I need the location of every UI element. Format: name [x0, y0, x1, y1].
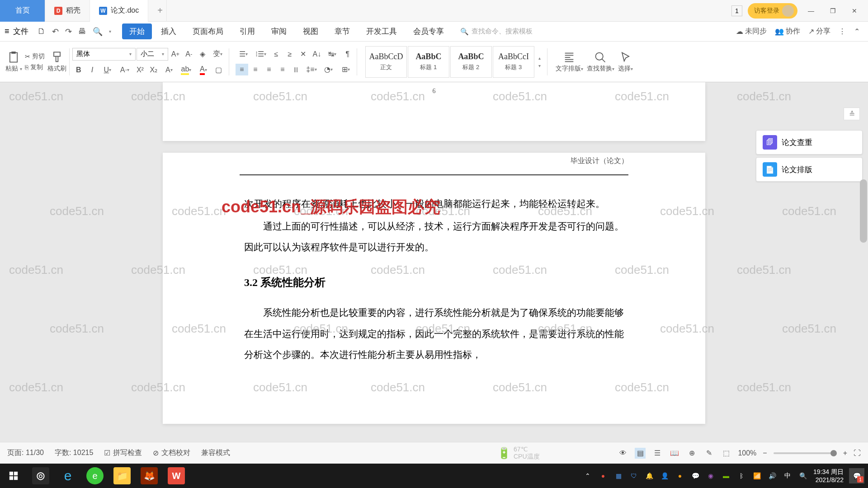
tray-notif-icon[interactable]: 🔔 — [644, 471, 654, 481]
action-center[interactable]: 💬 1 — [849, 468, 864, 483]
zoom-slider[interactable] — [774, 452, 837, 454]
asian-layout-button[interactable]: ✕ — [297, 48, 310, 60]
page-count[interactable]: 页面: 11/30 — [7, 448, 44, 458]
grow-font-button[interactable]: A+ — [169, 48, 182, 60]
tab-home[interactable]: 首页 — [0, 0, 45, 22]
tray-nvidia-icon[interactable]: ▬ — [721, 471, 731, 481]
paper-check-button[interactable]: 🗐 论文查重 — [756, 130, 863, 155]
task-360[interactable]: e — [81, 465, 108, 487]
fullscreen-icon[interactable]: ⛶ — [854, 449, 861, 457]
justify-button[interactable]: ≡ — [276, 64, 289, 75]
style-h1[interactable]: AaBbC标题 1 — [408, 46, 449, 78]
menu-review[interactable]: 审阅 — [264, 23, 294, 39]
borders-button[interactable]: ⊞▾ — [338, 64, 354, 75]
taskbar-clock[interactable]: 19:34 周日 2021/8/22 — [813, 468, 844, 484]
task-wps[interactable]: W — [163, 465, 190, 487]
paper-layout-button[interactable]: 📄 论文排版 — [756, 157, 863, 182]
align-right-button[interactable]: ≡ — [263, 64, 275, 75]
style-h2[interactable]: AaBbC标题 2 — [450, 46, 492, 78]
bold-button[interactable]: B — [72, 64, 85, 76]
outline-view-icon[interactable]: ☰ — [652, 448, 663, 459]
scrollbar-thumb[interactable] — [860, 179, 867, 243]
fit-page-icon[interactable]: ⬚ — [721, 448, 731, 459]
tray-search-icon[interactable]: 🔍 — [798, 471, 808, 481]
edit-icon[interactable]: ✎ — [703, 448, 714, 459]
highlight-button[interactable]: ab▾ — [178, 64, 194, 76]
styles-gallery[interactable]: AaBbCcD正文 AaBbC标题 1 AaBbC标题 2 AaBbCcI标题 … — [365, 46, 544, 78]
file-menu[interactable]: 文件 — [13, 26, 28, 37]
undo-icon[interactable]: ↶ — [52, 27, 59, 37]
format-painter-button[interactable]: 格式刷 — [47, 51, 66, 73]
collab-button[interactable]: 👥协作 — [775, 27, 800, 36]
zoom-level[interactable]: 100% — [738, 449, 756, 457]
page-current[interactable]: 毕业设计（论文） 次开发的程序在资源消耗上也比较小，一般的电脑都能运行起来，均能… — [163, 153, 705, 424]
tray-up-icon[interactable]: ⌃ — [583, 471, 593, 481]
more-icon[interactable]: ⋮ — [839, 27, 846, 36]
paste-button[interactable]: 粘贴 ▾ — [5, 51, 22, 73]
task-obs[interactable]: ⊚ — [27, 465, 54, 487]
window-count[interactable]: 1 — [731, 5, 742, 16]
command-search[interactable]: 🔍 查找命令、搜索模板 — [460, 27, 533, 36]
tray-ico1[interactable]: ● — [598, 471, 608, 481]
indent-button[interactable]: ≥ — [283, 48, 296, 60]
side-collapse-button[interactable]: ≙ — [844, 108, 860, 120]
menu-pagelayout[interactable]: 页面布局 — [185, 23, 231, 39]
zoom-in-button[interactable]: + — [843, 449, 847, 457]
outdent-button[interactable]: ≤ — [270, 48, 283, 60]
tray-ico3[interactable]: 🛡 — [629, 471, 639, 481]
line-spacing-button[interactable]: ‡≡▾ — [303, 64, 320, 75]
tray-volume-icon[interactable]: 🔊 — [767, 471, 777, 481]
tray-ico5[interactable]: ● — [675, 471, 685, 481]
menu-reference[interactable]: 引用 — [232, 23, 262, 39]
guest-login-button[interactable]: 访客登录 — [748, 3, 797, 19]
shading-button[interactable]: ◔▾ — [321, 64, 337, 75]
align-left-button[interactable]: ≡ — [236, 64, 248, 75]
tray-ico6[interactable]: 💬 — [690, 471, 700, 481]
font-color-button[interactable]: A▾ — [195, 64, 212, 76]
show-marks-button[interactable]: ¶ — [341, 48, 354, 60]
preview-icon[interactable]: 🔍 — [93, 27, 103, 37]
tab-document[interactable]: W 论文.doc — [90, 0, 148, 22]
menu-start[interactable]: 开始 — [122, 23, 152, 39]
task-explorer[interactable]: 📁 — [108, 465, 136, 487]
minimize-button[interactable]: — — [803, 3, 819, 19]
eye-icon[interactable]: 👁 — [618, 448, 628, 459]
sort-button[interactable]: A↓ — [311, 48, 323, 60]
italic-button[interactable]: I — [86, 64, 99, 76]
select-button[interactable]: 选择▾ — [618, 51, 633, 73]
numbering-button[interactable]: ⁝☰▾ — [253, 48, 269, 60]
style-h3[interactable]: AaBbCcI标题 3 — [493, 46, 534, 78]
maximize-button[interactable]: ❐ — [825, 3, 841, 19]
zoom-handle[interactable] — [830, 450, 837, 456]
text-layout-button[interactable]: 文字排版▾ — [556, 51, 583, 73]
tray-ico4[interactable]: 👤 — [660, 471, 670, 481]
underline-button[interactable]: U▾ — [99, 64, 116, 76]
web-view-icon[interactable]: ⊕ — [686, 448, 697, 459]
tray-ico7[interactable]: ◉ — [706, 471, 716, 481]
align-center-button[interactable]: ≡ — [249, 64, 262, 75]
menu-member[interactable]: 会员专享 — [406, 23, 451, 39]
doc-proof[interactable]: ⊘文档校对 — [153, 448, 190, 458]
task-ie[interactable]: e — [54, 465, 81, 487]
char-border-button[interactable]: ▢ — [212, 64, 225, 76]
shrink-font-button[interactable]: A- — [183, 48, 195, 60]
tray-wifi-icon[interactable]: 📶 — [752, 471, 762, 481]
menu-chapter[interactable]: 章节 — [327, 23, 357, 39]
copy-button[interactable]: ⎘ 复制 — [25, 63, 45, 71]
phonetic-button[interactable]: 变▾ — [210, 48, 226, 60]
page-view-icon[interactable]: ▤ — [635, 448, 646, 459]
collapse-ribbon-icon[interactable]: ⌃ — [854, 27, 860, 36]
qat-dropdown[interactable]: ▾ — [109, 29, 111, 34]
menu-icon[interactable]: ≡ — [3, 25, 11, 38]
save-icon[interactable]: 🗋 — [38, 27, 46, 36]
document-text[interactable]: 次开发的程序在资源消耗上也比较小，一般的电脑都能运行起来，均能轻松运转起来。 通… — [244, 193, 624, 365]
task-app5[interactable]: 🦊 — [136, 465, 163, 487]
distribute-button[interactable]: ⫼ — [290, 64, 302, 75]
tabs-button[interactable]: ↹▾ — [324, 48, 340, 60]
bullets-button[interactable]: ☰▾ — [236, 48, 252, 60]
share-button[interactable]: ↗分享 — [808, 27, 830, 36]
font-family-select[interactable]: 黑体▾ — [72, 48, 136, 61]
new-tab-button[interactable]: + — [148, 0, 167, 22]
tray-ico2[interactable]: ▦ — [613, 471, 623, 481]
style-body[interactable]: AaBbCcD正文 — [365, 46, 407, 78]
